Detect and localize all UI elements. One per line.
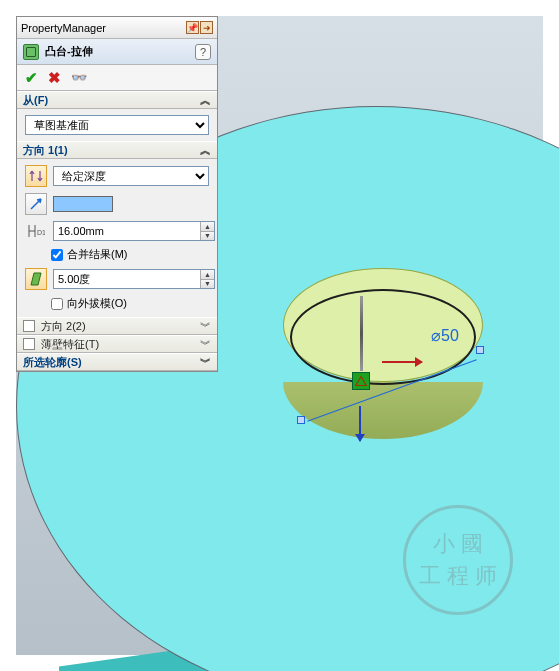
pm-title: PropertyManager bbox=[21, 22, 106, 34]
dim-handle[interactable] bbox=[476, 346, 484, 354]
spin-down-icon[interactable]: ▼ bbox=[200, 232, 214, 241]
feature-name: 凸台-拉伸 bbox=[45, 44, 93, 59]
reverse-direction-button[interactable] bbox=[25, 165, 47, 187]
chevron-down-icon: ︾ bbox=[200, 355, 211, 370]
spin-down-icon[interactable]: ▼ bbox=[200, 280, 214, 289]
dim-handle[interactable] bbox=[297, 416, 305, 424]
spin-up-icon[interactable]: ▲ bbox=[200, 270, 214, 280]
z-axis-arrow[interactable] bbox=[359, 406, 361, 441]
spin-up-icon[interactable]: ▲ bbox=[200, 222, 214, 232]
svg-text:D1: D1 bbox=[37, 229, 45, 236]
chevron-down-icon: ︾ bbox=[200, 319, 211, 334]
draft-outward-checkbox[interactable]: 向外拔模(O) bbox=[25, 296, 209, 311]
chevron-up-icon: ︽ bbox=[200, 93, 211, 108]
direction-selection-box[interactable] bbox=[53, 196, 113, 212]
x-axis-arrow[interactable] bbox=[382, 361, 422, 363]
drag-shaft[interactable] bbox=[360, 296, 363, 371]
end-condition-select[interactable]: 给定深度 bbox=[53, 166, 209, 186]
depth-input[interactable]: ▲▼ bbox=[53, 221, 215, 241]
extrude-feature-icon bbox=[23, 44, 39, 60]
watermark: 小 國 工 程 师 bbox=[403, 505, 513, 615]
from-plane-select[interactable]: 草图基准面 bbox=[25, 115, 209, 135]
from-group-header[interactable]: 从(F) ︽ bbox=[17, 91, 217, 109]
merge-result-checkbox[interactable]: 合并结果(M) bbox=[25, 247, 209, 262]
dimension-label[interactable]: ⌀50 bbox=[431, 326, 459, 345]
chevron-down-icon: ︾ bbox=[200, 337, 211, 352]
chevron-up-icon: ︽ bbox=[200, 143, 211, 158]
depth-icon: D1 bbox=[25, 223, 47, 239]
property-manager-panel: PropertyManager 📌 ➜ 凸台-拉伸 ? ✔ ✖ 👓 从(F) ︽ bbox=[16, 16, 218, 372]
ok-button[interactable]: ✔ bbox=[25, 69, 38, 87]
direction-vector-button[interactable] bbox=[25, 193, 47, 215]
origin-icon[interactable] bbox=[352, 372, 370, 390]
checkbox-icon[interactable] bbox=[23, 320, 35, 332]
arrow-icon[interactable]: ➜ bbox=[200, 21, 213, 34]
dir1-group-header[interactable]: 方向 1(1) ︽ bbox=[17, 141, 217, 159]
contours-group-header[interactable]: 所选轮廓(S) ︾ bbox=[17, 353, 217, 371]
draft-angle-input[interactable]: ▲▼ bbox=[53, 269, 215, 289]
checkbox-icon[interactable] bbox=[23, 338, 35, 350]
help-button[interactable]: ? bbox=[195, 44, 211, 60]
pin-icon[interactable]: 📌 bbox=[186, 21, 199, 34]
detailed-preview-button[interactable]: 👓 bbox=[71, 70, 87, 85]
draft-button[interactable] bbox=[25, 268, 47, 290]
thin-feature-group-header[interactable]: 薄壁特征(T) ︾ bbox=[17, 335, 217, 353]
cancel-button[interactable]: ✖ bbox=[48, 69, 61, 87]
pin-buttons: 📌 ➜ bbox=[186, 21, 213, 34]
dir2-group-header[interactable]: 方向 2(2) ︾ bbox=[17, 317, 217, 335]
